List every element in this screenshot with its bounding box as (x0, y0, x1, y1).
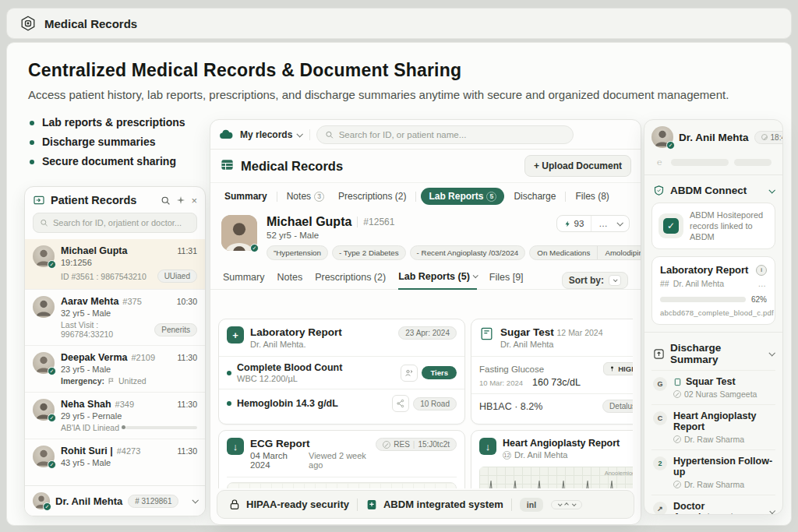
medical-records-panel: My rlecords Medical Records + Upload Doc… (210, 119, 641, 525)
subtab-lab-reports[interactable]: Lab Reports (5) (398, 271, 477, 290)
share-user-icon[interactable] (401, 365, 418, 382)
tag-angioplasty: - Recent Angioplasty /03/2024 (410, 245, 526, 260)
chevron-down-icon (297, 131, 303, 137)
abdm-badge-icon (365, 499, 378, 511)
cursor-arrows[interactable] (551, 500, 582, 509)
subtab-summary[interactable]: Summary (223, 272, 264, 289)
verified-badge-icon: ✓ (48, 414, 56, 422)
status-badge: Penerits (154, 323, 197, 336)
bullet-icon (30, 140, 34, 145)
report-cards-grid: + Laboratory Report Dr. Anil Mehta. 23 A… (218, 319, 633, 488)
patient-row-michael[interactable]: ✓ Michael Gupta11:31 19:1256 ID #3561 : … (25, 239, 205, 289)
avatar (33, 296, 55, 318)
item-circle-icon: ↗ (653, 502, 667, 515)
discharge-item-hypertension[interactable]: 2 Hypertension Follow-up Dr. Raw Sharma (651, 449, 775, 495)
more-menu-button[interactable]: … (591, 216, 629, 231)
laboratory-report-card[interactable]: + Laboratory Report Dr. Anil Mehta. 23 A… (218, 319, 465, 425)
cloud-icon (218, 127, 234, 143)
progress-bar (125, 426, 197, 429)
tab-files[interactable]: Files (8) (570, 188, 613, 204)
app-title: Medical Records (44, 17, 137, 30)
checkbox-checked-icon[interactable]: ✓ (663, 218, 679, 234)
patient-records-panel: Patient Records × ✓ Michael Gupta11:31 1… (24, 186, 206, 516)
chevron-down-icon (768, 187, 775, 193)
records-dropdown[interactable]: My rlecords (240, 129, 310, 140)
avatar: ✓ (33, 399, 55, 421)
shield-icon (653, 185, 665, 196)
discharge-item-squar-test[interactable]: G Squar Test 02 Nuras Samgeeta (651, 370, 775, 404)
item-circle-icon: 2 (653, 456, 667, 470)
item-circle-icon: G (653, 377, 667, 391)
slashed-circle-icon (673, 390, 681, 398)
avatar: ✓ (33, 492, 50, 509)
doctor-footer[interactable]: ✓ Dr. Anil Mehta # 3129861 (25, 485, 205, 516)
document-icon (479, 326, 494, 344)
verified-badge-icon: ✓ (666, 141, 675, 150)
subtab-notes[interactable]: Notes (277, 272, 302, 289)
more-menu-icon[interactable]: … (758, 279, 768, 288)
score-badge: 93 (557, 216, 591, 231)
abdm-linked-card[interactable]: ✓ ABDM Hositeporedrecords linked to ABDM (651, 203, 775, 249)
patient-records-icon (33, 194, 45, 206)
right-sidebar: ✓ Dr. Anil Mehta 18:46 ℮ ABDM Connect ✓ … (644, 119, 783, 515)
slashed-circle-icon (673, 435, 681, 443)
inl-button[interactable]: inl (520, 498, 543, 512)
tab-prescriptions[interactable]: Prescriptions (2) (334, 188, 411, 204)
subtab-files[interactable]: Files [9] (489, 272, 524, 289)
sidebar-lab-report-card[interactable]: Laboratory Report i ##Dr. Anil Mehta… 62… (651, 256, 775, 325)
tab-lab-reports[interactable]: Lab Reports5 (421, 188, 504, 205)
chevron-down-icon[interactable] (192, 497, 198, 503)
chevron-down-icon (769, 508, 775, 514)
records-search[interactable] (316, 125, 574, 144)
report-date-badge: 23 Apr: 2024 (398, 326, 457, 340)
close-icon[interactable]: × (191, 195, 197, 206)
sort-dropdown-icon (609, 275, 621, 286)
info-icon[interactable]: i (756, 265, 767, 276)
patient-row-neha[interactable]: ✓ Neha Shah#34911:30 29 yr5 - Pernale AB… (25, 392, 205, 439)
page-subtitle: Access patient history, lab reports, pre… (28, 88, 776, 101)
table-icon (220, 157, 235, 175)
records-search-input[interactable] (339, 130, 566, 139)
slashed-circle-icon (673, 481, 681, 488)
patient-row-aarav[interactable]: Aarav Mehta#37510:30 32 yr5 - Male Last … (25, 289, 205, 345)
patient-list: ✓ Michael Gupta11:31 19:1256 ID #3561 : … (25, 239, 205, 485)
search-icon[interactable] (161, 196, 171, 206)
tab-discharge[interactable]: Discharge (509, 188, 560, 204)
angioplasty-report-card[interactable]: ↓ Heart Angioplasty Report 12Dr. Anil Me… (471, 430, 633, 488)
patient-row-rohit[interactable]: ✓ Rohit Suri |#427311:30 43 yr5 - Male (25, 439, 205, 474)
abdm-connect-section[interactable]: ABDM Connect (651, 180, 775, 201)
share-icon[interactable] (392, 395, 409, 412)
ecg-report-card[interactable]: ↓ ECG Report 04 March 2024Viewed 2 week … (218, 430, 465, 488)
upload-document-button[interactable]: + Upload Document (524, 155, 631, 177)
sugar-test-card[interactable]: Sugar Test 12 Mar 2024 Dr. Anil Mehta Fa… (471, 319, 633, 425)
discharge-item-angioplasty[interactable]: C Heart Angioplasty Report Dr. Raw Sharm… (651, 404, 775, 449)
patient-id: #12561 (357, 217, 394, 227)
tab-summary[interactable]: Summary (220, 188, 272, 204)
patient-search-input[interactable] (53, 218, 190, 227)
details-button[interactable]: Detalus (602, 400, 633, 413)
patient-actions: 93 … (556, 215, 630, 232)
tag-diabetes: - Type 2 Diabetes (332, 245, 406, 260)
patient-row-deepak[interactable]: ✓ Deepak Verma#210911:30 23 yr5 - Male I… (25, 345, 205, 392)
doctor-header[interactable]: ✓ Dr. Anil Mehta 18:46 (651, 126, 775, 148)
file-icon (673, 378, 682, 386)
chevron-down-icon (768, 350, 775, 356)
time-badge: 18:46 (754, 131, 783, 144)
high-status-badge: HIGH (603, 362, 633, 375)
lock-icon (228, 499, 241, 511)
records-toolbar: My rlecords (210, 120, 641, 150)
subtab-prescriptions[interactable]: Prescriptions (2) (315, 272, 386, 289)
records-title: Medical Records (241, 159, 343, 174)
verified-badge-icon: ✓ (48, 460, 56, 469)
feature-item: Lab reports & prescriptions (30, 113, 185, 132)
discharge-summary-section[interactable]: Discharge Summary (651, 337, 775, 370)
settings-sparkle-icon[interactable] (176, 196, 185, 205)
page-panel: Centralized Medical Records & Document S… (6, 42, 792, 526)
tab-notes[interactable]: Notes3 (282, 188, 329, 204)
sort-by-control[interactable]: Sort by: (562, 272, 628, 289)
discharge-item-appointment[interactable]: ↗ Doctor Appointment Dr. Raw Sharma (651, 495, 775, 515)
patient-search[interactable] (33, 213, 197, 233)
avatar: ✓ (651, 126, 673, 148)
avatar: ✓ (33, 352, 55, 374)
loading-placeholder: ℮ (653, 156, 774, 168)
